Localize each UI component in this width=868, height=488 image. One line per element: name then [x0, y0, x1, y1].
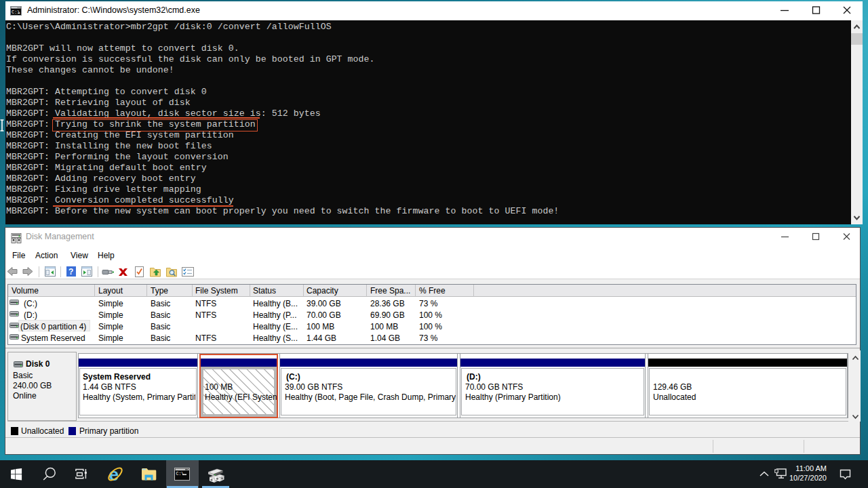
svg-text:C:\: C:\	[12, 9, 20, 15]
svg-text:?: ?	[68, 267, 73, 277]
svg-text:C:\: C:\	[176, 472, 184, 476]
